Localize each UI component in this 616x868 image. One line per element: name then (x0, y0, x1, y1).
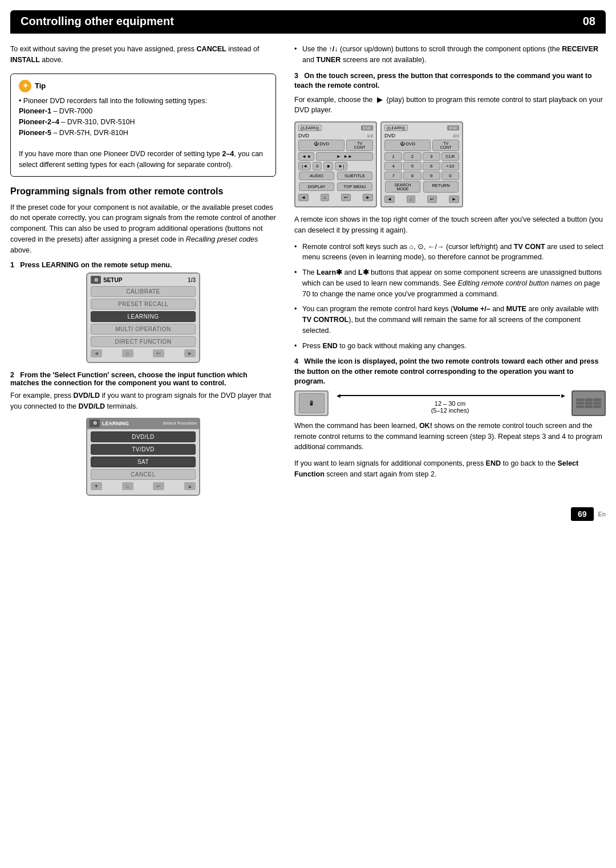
screen-nav: ◄ ⌂ ↩ ► (91, 349, 196, 357)
step3-body: For example, choose the ▶ (play) button … (294, 95, 606, 116)
step1-label: 1 Press LEARNING on the remote setup men… (10, 261, 276, 269)
tip-model-2: Pioneer-2–4 – DVR-310, DVR-510H (19, 117, 268, 128)
distance-label2: (5–12 inches) (431, 407, 469, 414)
screen-btn-multi-op: MULTI OPERATION (91, 324, 196, 335)
sfn-nav-home: ⌂ (122, 482, 133, 490)
dvd2-numrow-1: 1 2 3 CLR (384, 152, 459, 161)
dvd2-power-btn: ⏻ DVD (384, 140, 431, 151)
dvd1-nav-left: ◄ (298, 194, 309, 201)
dvd2-btn-0: 0 (441, 172, 459, 180)
dvd2-nav-home: ⌂ (407, 195, 415, 203)
select-function-body: DVD/LD TV/DVD SAT CANCEL ▼ ⌂ ↩ ▲ (86, 429, 200, 496)
dvd2-power-row: ⏻ DVD TVCONT (384, 140, 459, 151)
tip-content: • Pioneer DVD recorders fall into the fo… (19, 96, 268, 170)
screen-btn-preset-recall: PRESET RECALL (91, 299, 196, 309)
sfn-nav-down: ▼ (91, 482, 102, 490)
tip-bullet: • Pioneer DVD recorders fall into the fo… (19, 96, 268, 107)
screen-btn-direct-func: DIRECT FUNCTION (91, 336, 196, 347)
page-number: 69 (571, 507, 594, 521)
tip-note: If you have more than one Pioneer DVD re… (19, 149, 268, 170)
distance-label1: 12 – 30 cm (435, 400, 465, 407)
dvd2-btn-clr: CLR (441, 152, 459, 161)
dvd2-btn-9: 9 (423, 172, 440, 180)
dvd1-label: DVD (298, 133, 309, 138)
step2-label: 2 From the 'Select Function' screen, cho… (10, 371, 276, 387)
dvd2-row-title: DVD 2/2 (384, 133, 459, 138)
dvd1-ffw: ► ►► (316, 152, 373, 161)
dvd2-btn-2: 2 (403, 152, 421, 161)
dvd2-search-row: SEARCHMODE RETURN (384, 181, 459, 194)
nav-back: ↩ (153, 349, 164, 357)
dvd2-btn-1: 1 (384, 152, 402, 161)
dvd-screen1-topbar: ((LEARN)) END (298, 125, 373, 131)
tip-model-3: Pioneer-5 – DVR-57H, DVR-810H (19, 128, 268, 138)
section-heading: Programming signals from other remote co… (10, 186, 276, 198)
dvd1-page: 1/2 (367, 133, 373, 138)
dvd2-btn-plus10: +10 (441, 162, 459, 170)
select-function-screen: ⚙ LEARNING Select Function DVD/LD TV/DVD… (86, 418, 200, 496)
dvd1-power-row: ⏻ DVD TVCONT (298, 140, 373, 151)
dvd1-nav-row: ◄ ⌂ ↩ ► (298, 194, 373, 201)
remote-left: 📱 (294, 390, 329, 416)
dvd1-nav-home: ⌂ (321, 194, 329, 201)
dvd-screen2-topbar: ((LEARN)) END (384, 125, 459, 131)
bullet-hard-keys: You can program the remote control hard … (294, 304, 606, 336)
dvd2-numrow-3: 7 8 9 0 (384, 172, 459, 180)
step4-heading: 4 While the icon is displayed, point the… (294, 357, 606, 387)
dvd1-display-row: DISPLAY TOP MENU (298, 182, 373, 192)
step4-body2: If you want to learn signals for additio… (294, 458, 606, 480)
dvd2-nav-back: ↩ (427, 195, 437, 203)
sfn-btn-tvdvd: TV/DVD (91, 444, 196, 455)
section-body: If the preset code for your component is… (10, 202, 276, 256)
dvd1-nav-right: ► (363, 194, 373, 201)
remote-icon-note: A remote icon shows in the top right cor… (294, 214, 606, 236)
arrow-line: ◄ ► (335, 392, 565, 399)
nav-right-arrow: ► (184, 349, 196, 357)
setup-screen-mockup: ⚙ SETUP 1/3 CALIBRATE PRESET RECALL LEAR… (86, 272, 200, 363)
sfn-btn-dvdld: DVD/LD (91, 431, 196, 442)
tip-icon: ✦ (19, 80, 31, 92)
dvd1-transport-row1: ◄◄ ► ►► (298, 152, 373, 161)
setup-screen-icon: ⚙ (91, 276, 101, 284)
dvd1-pause: II (313, 162, 322, 170)
dvd2-nav-right: ► (449, 195, 459, 203)
dvd2-numrow-2: 4 5 6 +10 (384, 162, 459, 170)
dvd1-audio-btn: AUDIO (299, 172, 334, 180)
step4-body1: When the command has been learned, OK! s… (294, 421, 606, 453)
bullet-soft-keys: Remote control soft keys such as ⌂, ⊙, ←… (294, 242, 606, 263)
dvd-screen-1: ((LEARN)) END DVD 1/2 ⏻ DVD TVCONT ◄◄ ► … (294, 121, 377, 207)
remote-right (572, 390, 606, 416)
bullet-arrows: Use the ↑/↓ (cursor up/down) buttons to … (294, 44, 606, 66)
dvd1-skipfwd: ►| (335, 162, 347, 170)
sfn-btn-sat: SAT (91, 457, 196, 467)
dvd2-end-badge: END (447, 125, 459, 131)
dvd2-learn-badge: ((LEARN)) (384, 125, 408, 131)
dvd2-btn-6: 6 (423, 162, 440, 170)
dvd1-tv-btn: TVCONT (346, 140, 373, 151)
dvd1-stop: ■ (323, 162, 333, 170)
screen-btn-learning: LEARNING (91, 311, 196, 322)
header-page-num: 08 (583, 15, 595, 28)
dvd1-audio-row: AUDIO SUBTITLE (298, 172, 373, 181)
dvd1-transport-row2: |◄ II ■ ►| (298, 162, 373, 170)
dvd1-row-title: DVD 1/2 (298, 133, 373, 138)
tip-model-1: Pioneer-1 – DVR-7000 (19, 106, 268, 117)
sfn-nav-up: ▲ (184, 482, 196, 490)
bullet-end: Press END to go back without making any … (294, 341, 606, 352)
dvd1-topmenu-btn: TOP MENU (337, 182, 372, 191)
dvd2-search-btn: SEARCHMODE (385, 181, 420, 193)
content-area: To exit without saving the preset you ha… (0, 34, 616, 502)
sfn-nav: ▼ ⌂ ↩ ▲ (91, 482, 196, 490)
dvd2-page: 2/2 (453, 133, 459, 138)
page-title: Controlling other equipment (21, 15, 174, 28)
tip-label: Tip (35, 81, 46, 90)
dvd-screen-2: ((LEARN)) END DVD 2/2 ⏻ DVD TVCONT 1 2 3… (380, 121, 463, 207)
step3-heading: 3 On the touch screen, press the button … (294, 71, 606, 91)
sfn-btn-cancel: CANCEL (91, 469, 196, 480)
dvd1-nav-back: ↩ (341, 194, 351, 201)
dvd1-skiprev: |◄ (298, 162, 311, 170)
dvd2-btn-3: 3 (423, 152, 440, 161)
footer-lang: En (598, 511, 606, 517)
step2-body: For example, press DVD/LD if you want to… (10, 390, 276, 412)
intro-text: To exit without saving the preset you ha… (10, 44, 276, 66)
